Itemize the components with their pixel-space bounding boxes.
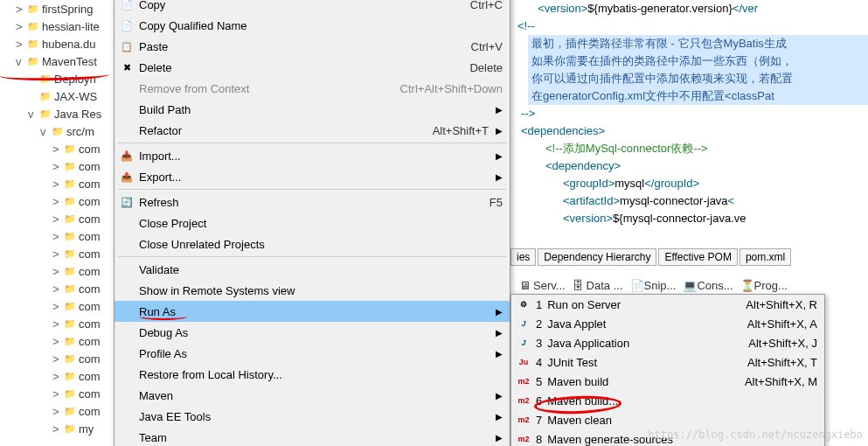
menu-validate[interactable]: Validate	[115, 259, 510, 280]
run-as-submenu: ⚙1Run on ServerAlt+Shift+X, RJ2Java Appl…	[510, 294, 825, 446]
tree-item[interactable]: >📁com	[0, 157, 114, 175]
menu-remove-from-context: Remove from ContextCtrl+Alt+Shift+Down	[115, 78, 510, 99]
menu-delete[interactable]: ✖DeleteDelete	[115, 57, 510, 78]
editor-tabs: ies Dependency Hierarchy Effective POM p…	[510, 247, 791, 268]
view-data[interactable]: 🗄Data ...	[573, 279, 623, 292]
menu-copy[interactable]: 📄CopyCtrl+C	[115, 0, 510, 15]
tree-item[interactable]: v📁MavenTest	[0, 52, 114, 70]
menu-profile-as[interactable]: Profile As▶	[115, 343, 510, 364]
run-as-java-application[interactable]: J3Java ApplicationAlt+Shift+X, J	[511, 333, 824, 352]
tree-item[interactable]: 📁Deployn	[0, 70, 114, 87]
view-progress[interactable]: ⏳Prog...	[740, 279, 788, 292]
tree-item[interactable]: >📁com	[0, 350, 114, 367]
menu-refactor[interactable]: RefactorAlt+Shift+T▶	[115, 120, 510, 141]
menu-maven[interactable]: Maven▶	[115, 385, 510, 406]
menu-debug-as[interactable]: Debug As▶	[115, 322, 510, 343]
tree-item[interactable]: >📁com	[0, 297, 114, 315]
tree-item[interactable]: >📁com	[0, 402, 114, 420]
run-as-maven-build-[interactable]: m26Maven build...	[511, 391, 824, 410]
tree-item[interactable]: >📁com	[0, 140, 114, 157]
menu-refresh[interactable]: 🔄RefreshF5	[115, 192, 510, 213]
run-as-java-applet[interactable]: J2Java AppletAlt+Shift+X, A	[511, 314, 824, 333]
menu-java-ee-tools[interactable]: Java EE Tools▶	[115, 406, 510, 427]
menu-close-project[interactable]: Close Project	[115, 213, 510, 233]
menu-build-path[interactable]: Build Path▶	[115, 99, 510, 120]
watermark: https://blog.csdn.net/ncuzengxiebo	[648, 429, 863, 441]
tab-effective-pom[interactable]: Effective POM	[658, 248, 737, 266]
xml-editor[interactable]: <version>${mybatis-generator.version}</v…	[510, 0, 868, 243]
tree-item[interactable]: >📁com	[0, 192, 114, 210]
tree-item[interactable]: >📁com	[0, 385, 114, 402]
tree-item[interactable]: v📁Java Res	[0, 105, 114, 122]
menu-export-[interactable]: 📤Export...▶	[115, 166, 510, 187]
menu-restore-from-local-history-[interactable]: Restore from Local History...	[115, 364, 510, 385]
tree-item[interactable]: >📁my	[0, 420, 114, 437]
tree-item[interactable]: >📁com	[0, 227, 114, 245]
menu-team[interactable]: Team▶	[115, 427, 510, 446]
tree-item[interactable]: >📁hubena.du	[0, 35, 114, 52]
context-menu: 📄CopyCtrl+C📄Copy Qualified Name📋PasteCtr…	[114, 0, 510, 446]
tree-item[interactable]: >📁com	[0, 175, 114, 192]
view-tabs: 🖥Serv... 🗄Data ... 📄Snip... 💻Cons... ⏳Pr…	[519, 276, 788, 294]
run-as-run-on-server[interactable]: ⚙1Run on ServerAlt+Shift+X, R	[511, 295, 824, 314]
menu-show-in-remote-systems-view[interactable]: Show in Remote Systems view	[115, 280, 510, 301]
menu-run-as[interactable]: Run As▶	[115, 301, 510, 322]
menu-copy-qualified-name[interactable]: 📄Copy Qualified Name	[115, 15, 510, 36]
run-as-maven-clean[interactable]: m27Maven clean	[511, 410, 824, 429]
tab-dependencies[interactable]: ies	[510, 248, 536, 266]
tab-pom-xml[interactable]: pom.xml	[740, 248, 791, 266]
view-console[interactable]: 💻Cons...	[683, 279, 733, 292]
tree-item[interactable]: >📁hessian-lite	[0, 17, 114, 35]
tree-item[interactable]: >📁com	[0, 245, 114, 262]
menu-paste[interactable]: 📋PasteCtrl+V	[115, 36, 510, 57]
view-snippets[interactable]: 📄Snip...	[630, 279, 677, 292]
run-as-maven-build[interactable]: m25Maven buildAlt+Shift+X, M	[511, 372, 824, 391]
tree-item[interactable]: >📁com	[0, 210, 114, 227]
tree-item[interactable]: >📁com	[0, 332, 114, 350]
tree-item[interactable]: 📁JAX-WS	[0, 87, 114, 105]
tree-item[interactable]: >📁com	[0, 367, 114, 385]
view-servers[interactable]: 🖥Serv...	[519, 279, 566, 292]
menu-close-unrelated-projects[interactable]: Close Unrelated Projects	[115, 233, 510, 254]
run-as-junit-test[interactable]: Ju4JUnit TestAlt+Shift+X, T	[511, 352, 824, 372]
project-explorer[interactable]: >📁firstSpring>📁hessian-lite>📁hubena.duv📁…	[0, 0, 114, 446]
tree-item[interactable]: >📁com	[0, 315, 114, 332]
tab-dependency-hierarchy[interactable]: Dependency Hierarchy	[538, 248, 656, 266]
tree-item[interactable]: >📁firstSpring	[0, 0, 114, 17]
tree-item[interactable]: v📁src/m	[0, 122, 114, 140]
xml-tag: <version>	[538, 2, 587, 15]
tree-item[interactable]: >📁com	[0, 280, 114, 297]
tree-item[interactable]: >📁com	[0, 262, 114, 280]
menu-import-[interactable]: 📥Import...▶	[115, 145, 510, 166]
